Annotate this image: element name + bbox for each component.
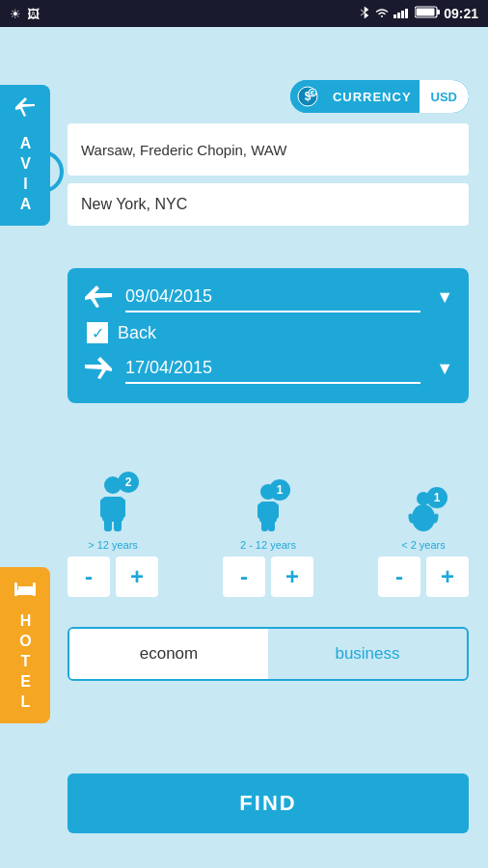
child-count-badge: 1 [269, 479, 290, 501]
adult-label: > 12 years [88, 539, 138, 551]
departure-date-input[interactable] [125, 283, 420, 312]
return-plane-icon [83, 353, 114, 384]
svg-rect-23 [114, 518, 122, 531]
input-section [68, 123, 469, 233]
destination-input[interactable] [68, 183, 469, 226]
adult-count-badge: 2 [118, 472, 139, 493]
adult-plus-button[interactable]: + [116, 556, 158, 597]
svg-rect-22 [104, 518, 112, 531]
departure-plane-icon [83, 282, 114, 312]
svg-rect-5 [437, 10, 440, 14]
svg-point-31 [412, 504, 435, 531]
econom-button[interactable]: econom [69, 629, 268, 679]
svg-rect-0 [393, 14, 396, 18]
hotel-tab[interactable]: HOTEL [0, 567, 50, 723]
status-right-icons: 09:21 [359, 6, 478, 22]
svg-rect-20 [100, 499, 108, 518]
back-row: ✓ Back [87, 322, 453, 343]
infant-plus-button[interactable]: + [426, 556, 469, 597]
origin-input[interactable] [68, 123, 469, 176]
svg-rect-2 [401, 11, 404, 18]
child-plus-button[interactable]: + [271, 556, 313, 597]
currency-value: USD [420, 80, 469, 113]
infant-count-badge: 1 [426, 487, 447, 508]
svg-rect-27 [272, 503, 279, 519]
avia-tab[interactable]: AVIA [0, 85, 50, 226]
adult-passenger-group: 2 > 12 years - + [68, 475, 158, 597]
plane-tab-icon [13, 95, 38, 125]
departure-date-arrow: ▼ [436, 287, 453, 308]
svg-rect-21 [118, 499, 125, 518]
infant-minus-button[interactable]: - [378, 556, 420, 597]
departure-row: ▼ [83, 282, 453, 312]
svg-rect-11 [14, 592, 36, 595]
infant-icon-wrap: 1 [407, 491, 440, 537]
return-date-input[interactable] [125, 354, 420, 384]
time-display: 09:21 [444, 6, 478, 21]
child-passenger-group: 1 2 - 12 years - + [223, 483, 313, 597]
adult-minus-button[interactable]: - [68, 556, 110, 597]
back-label: Back [118, 323, 156, 343]
bluetooth-icon [359, 6, 370, 22]
business-button[interactable]: business [268, 629, 467, 679]
svg-rect-29 [268, 519, 275, 531]
status-left-icons: ☀ 🖼 [10, 7, 40, 21]
battery-icon [415, 6, 440, 21]
return-date-arrow: ▼ [436, 359, 453, 379]
bed-tab-icon [13, 577, 38, 603]
image-icon: 🖼 [27, 7, 40, 21]
class-section: econom business [68, 627, 469, 681]
infant-label: < 2 years [401, 539, 446, 551]
wifi-icon [374, 7, 390, 21]
back-checkbox[interactable]: ✓ [87, 322, 108, 343]
svg-rect-6 [417, 9, 435, 16]
status-bar: ☀ 🖼 09:21 [0, 0, 488, 27]
child-minus-button[interactable]: - [223, 556, 265, 597]
svg-rect-3 [405, 9, 408, 18]
svg-rect-28 [261, 519, 268, 531]
find-button[interactable]: FIND [68, 773, 469, 833]
date-section: ▼ ✓ Back ▼ [68, 268, 469, 403]
return-row: ▼ [83, 353, 453, 384]
currency-icon: $ € [290, 80, 325, 113]
svg-rect-26 [258, 503, 264, 519]
signal-icon [393, 7, 411, 21]
currency-bar[interactable]: $ € CURRENCY USD [290, 80, 469, 113]
adult-icon-wrap: 2 [95, 475, 131, 537]
passengers-section: 2 > 12 years - + [68, 475, 469, 597]
currency-label: CURRENCY [325, 90, 420, 104]
main-area: AVIA HOTEL $ € CURRENCY USD [0, 27, 488, 868]
child-icon-wrap: 1 [254, 483, 283, 537]
infant-passenger-group: 1 < 2 years - + [378, 491, 469, 597]
child-label: 2 - 12 years [240, 539, 296, 551]
avia-tab-label: AVIA [17, 135, 33, 216]
sun-icon: ☀ [10, 7, 21, 21]
svg-rect-1 [397, 13, 400, 18]
hotel-tab-label: HOTEL [17, 612, 33, 714]
svg-text:€: € [311, 89, 315, 97]
